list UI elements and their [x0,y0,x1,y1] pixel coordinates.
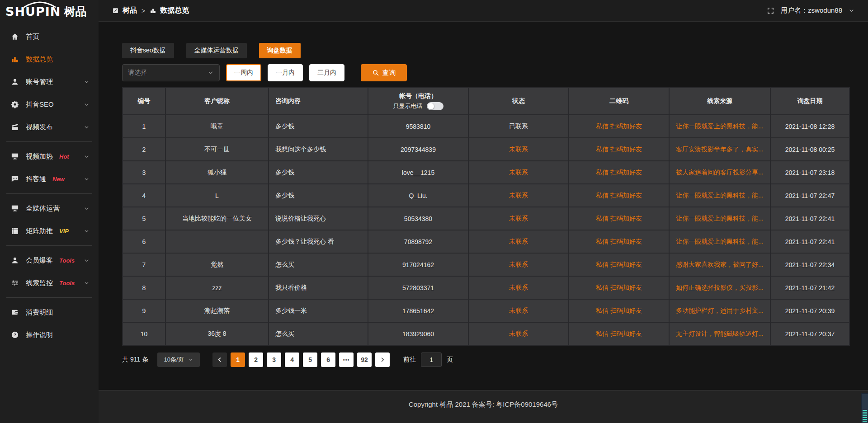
cell-no: 9 [123,299,165,322]
prev-page-button[interactable] [212,352,227,367]
cell-source-link[interactable]: 让你一眼就爱上的黑科技，能... [669,207,770,230]
cell-nickname [165,230,269,253]
page-button-4[interactable]: 4 [285,352,299,367]
page-button-5[interactable]: 5 [303,352,317,367]
cell-date: 2021-11-07 22:34 [770,253,849,276]
cell-qr-links[interactable]: 私信 扫码加好友 [569,161,669,184]
breadcrumb-root[interactable]: 树品 [123,6,137,15]
col-content-label: 咨询内容 [275,97,301,104]
cell-qr-links[interactable]: 私信 扫码加好友 [569,299,669,322]
phone-only-toggle[interactable] [427,102,443,110]
chevron-down-icon [208,70,214,76]
chat-icon [11,175,19,183]
cell-qr-links[interactable]: 私信 扫码加好友 [569,276,669,299]
cell-qr-links[interactable]: 私信 扫码加好友 [569,184,669,207]
range-button-three-month[interactable]: 三月内 [309,64,344,81]
sidebar-item-douyin-seo[interactable]: 抖音SEO [0,93,99,116]
sidebar-item-consume-detail[interactable]: 消费明细 [0,301,99,324]
cell-source-link[interactable]: 让你一眼就爱上的黑科技，能... [669,184,770,207]
monitor-icon [11,152,19,160]
page-size-select[interactable]: 10条/页 [157,352,200,367]
col-nickname: 客户昵称 [165,88,269,115]
fullscreen-icon[interactable] [767,7,774,14]
chevron-down-icon [84,79,90,85]
cell-source-link[interactable]: 多功能护栏灯，适用于乡村文... [669,299,770,322]
range-button-one-week[interactable]: 一周内 [226,64,261,81]
col-qr-label: 二维码 [609,97,628,104]
chevron-down-icon [84,176,90,182]
range-button-one-month[interactable]: 一月内 [268,64,303,81]
cell-source-link[interactable]: 如何正确选择投影仪，买投影... [669,276,770,299]
page-button-2[interactable]: 2 [249,352,263,367]
cell-status: 未联系 [468,230,569,253]
tab-media-ops-data[interactable]: 全媒体运营数据 [186,43,247,58]
phone-only-toggle-row: 只显示电话 [375,102,462,110]
page-button-92[interactable]: 92 [357,352,372,367]
gear-icon [11,100,19,108]
cell-account: 2097344839 [368,138,468,161]
cell-content: 多少钱一米 [269,299,368,322]
cell-nickname: 狐小狸 [165,161,269,184]
badge-hot: Hot [59,153,69,160]
sidebar-item-media-operation[interactable]: 全媒体运营 [0,197,99,220]
wallet-icon [11,308,19,316]
cell-content: 怎么买 [269,322,368,345]
page-button-6[interactable]: 6 [321,352,335,367]
filter-bar: 请选择 一周内一月内三月内 查询 [122,64,850,81]
tab-inquiry-data[interactable]: 询盘数据 [259,43,301,58]
clapper-icon [11,123,19,131]
cell-nickname: 潮起潮落 [165,299,269,322]
sidebar-item-douketong[interactable]: 抖客通New [0,168,99,190]
cell-status: 未联系 [468,253,569,276]
sidebar-item-home[interactable]: 首页 [0,25,99,48]
grid-icon [11,227,19,235]
goto-page: 前往 页 [403,352,453,367]
badge-tools: Tools [59,257,75,264]
cell-qr-links[interactable]: 私信 扫码加好友 [569,115,669,138]
goto-page-input[interactable] [421,352,442,367]
sidebar-item-video-heat[interactable]: 视频加热Hot [0,145,99,168]
cell-source-link[interactable]: 无主灯设计，智能磁吸轨道灯... [669,322,770,345]
page-button-3[interactable]: 3 [267,352,281,367]
inquiry-table: 编号 客户昵称 咨询内容 帐号（电话） 只显示电话 状态 二维码 线索来源 [122,87,850,346]
sidebar-item-label: 首页 [26,33,39,41]
sidebar-item-video-publish[interactable]: 视频发布 [0,116,99,138]
cell-source-link[interactable]: 让你一眼就爱上的黑科技，能... [669,230,770,253]
next-page-button[interactable] [375,352,390,367]
cell-qr-links[interactable]: 私信 扫码加好友 [569,322,669,345]
app-logo[interactable]: SHUPIN 树品 [0,0,99,23]
logo-text-cn: 树品 [64,4,86,19]
col-account-label: 帐号（电话） [375,92,462,100]
filter-select[interactable]: 请选择 [122,64,220,81]
cell-date: 2021-11-08 12:28 [770,115,849,138]
copyright: Copyright 树品 2021 备案号: 粤ICP备09019646号 [409,400,558,409]
chevron-down-icon [84,280,90,286]
cell-qr-links[interactable]: 私信 扫码加好友 [569,138,669,161]
cell-nickname: 觉然 [165,253,269,276]
col-date: 询盘日期 [770,88,849,115]
sidebar-item-matrix-boost[interactable]: 矩阵助推VIP [0,220,99,242]
cell-source-link[interactable]: 客厅安装投影半年多了，真实... [669,138,770,161]
page-ellipsis-button[interactable]: ••• [339,352,354,367]
sidebar-item-member-baoke[interactable]: 会员爆客Tools [0,249,99,272]
cell-date: 2021-11-07 22:41 [770,230,849,253]
cell-source-link[interactable]: 让你一眼就爱上的黑科技，能... [669,115,770,138]
dashboard-icon [112,7,119,14]
page-button-1[interactable]: 1 [231,352,245,367]
username[interactable]: 用户名：zswodun88 [781,6,842,15]
sidebar-item-data-overview[interactable]: 数据总览 [0,48,99,70]
side-widget[interactable] [861,393,868,423]
tab-douyin-seo-data[interactable]: 抖音seo数据 [122,43,174,58]
tabs: 抖音seo数据全媒体运营数据询盘数据 [122,43,850,58]
cell-qr-links[interactable]: 私信 扫码加好友 [569,230,669,253]
sidebar-item-clue-monitor[interactable]: 线索监控Tools [0,272,99,294]
cell-source-link[interactable]: 被大家追着问的客厅投影分享... [669,161,770,184]
col-source: 线索来源 [669,88,770,115]
search-button[interactable]: 查询 [361,64,407,81]
sidebar-item-account-manage[interactable]: 账号管理 [0,70,99,93]
sidebar-item-operation-guide[interactable]: ?操作说明 [0,324,99,346]
cell-qr-links[interactable]: 私信 扫码加好友 [569,253,669,276]
col-account: 帐号（电话） 只显示电话 [368,88,468,115]
cell-qr-links[interactable]: 私信 扫码加好友 [569,207,669,230]
cell-source-link[interactable]: 感谢大家喜欢我家，被问了好... [669,253,770,276]
